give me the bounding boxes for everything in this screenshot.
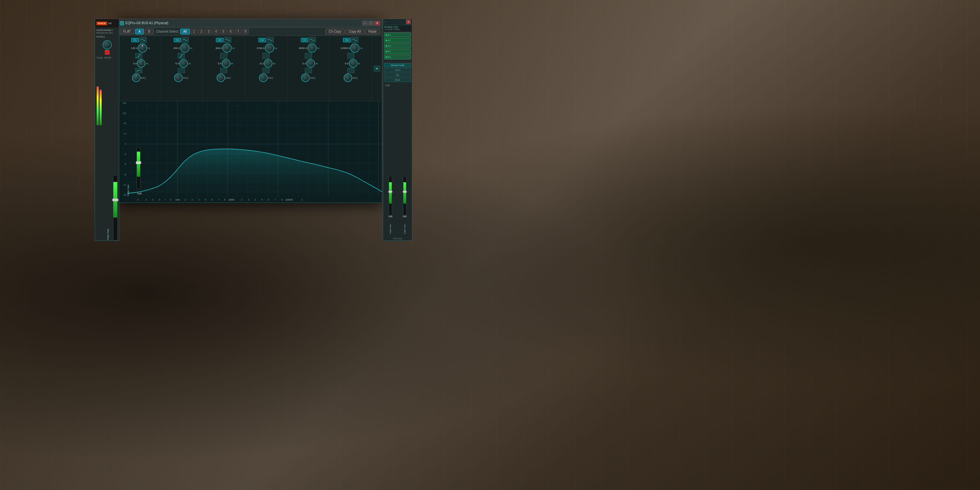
route-btn-a1[interactable]: ▶A1 xyxy=(384,32,411,37)
band-2-on-button[interactable]: On xyxy=(174,38,181,42)
band-5-shape-btn-3[interactable] xyxy=(305,68,312,73)
route-btn-a3[interactable]: ▶A3 xyxy=(384,43,411,48)
band-5-on-button[interactable]: On xyxy=(301,38,309,42)
band-4-gain-knob[interactable] xyxy=(264,59,272,68)
svg-text:10000: 10000 xyxy=(285,198,293,201)
left-panel-knob[interactable] xyxy=(103,40,112,49)
band-3-on-button[interactable]: On xyxy=(216,38,223,42)
band-1-freq-knob[interactable] xyxy=(138,43,147,52)
band-arrow-btn[interactable] xyxy=(374,66,380,72)
band-2-gain-knob[interactable] xyxy=(179,59,188,68)
band-6-freq-val: 12000.0 xyxy=(339,47,350,50)
band-2-filter-btn-2[interactable] xyxy=(178,53,185,59)
band-2-filter-shape[interactable] xyxy=(181,37,189,43)
band-3-freq-knob[interactable] xyxy=(223,43,232,52)
right-panel-close[interactable]: ✕ xyxy=(406,20,410,24)
svg-text:8: 8 xyxy=(224,199,226,201)
svg-text:8: 8 xyxy=(281,199,283,201)
mode-btn-mute[interactable]: Mute xyxy=(384,78,411,82)
copy-all-button[interactable]: Copy All xyxy=(345,29,364,34)
restore-button[interactable]: □ xyxy=(369,21,374,25)
band-indicator xyxy=(372,36,382,101)
band-6-filter-btn-2[interactable] xyxy=(347,53,355,59)
flat-button[interactable]: FLAT xyxy=(120,29,134,34)
fader-value: 0dB xyxy=(137,192,142,195)
band-1-shape-btn-3[interactable] xyxy=(135,68,142,73)
band-6-freq-knob[interactable] xyxy=(350,43,360,52)
band-1-filter-btn-2[interactable] xyxy=(135,53,142,59)
band-4-shape-btn-3[interactable] xyxy=(262,68,269,73)
band-5-gain-knob[interactable] xyxy=(306,59,315,68)
band-1-freq-val: 122.4 xyxy=(128,47,137,50)
band-1-q-knob[interactable] xyxy=(132,73,140,82)
ch-6-button[interactable]: 6 xyxy=(228,29,234,34)
left-fader-handle[interactable] xyxy=(112,199,118,201)
band-6-shape-btn-3[interactable] xyxy=(347,68,355,73)
right-fader-2-track[interactable] xyxy=(403,176,406,215)
band-3-q-knob[interactable] xyxy=(216,73,225,82)
fader-track[interactable] xyxy=(137,147,140,189)
ch-3-button[interactable]: 3 xyxy=(205,29,212,34)
a-button[interactable]: A xyxy=(135,29,144,34)
band-4-on-button[interactable]: On xyxy=(258,38,266,42)
route-btn-b2[interactable]: ▶B2 xyxy=(384,54,411,59)
band-6-q-knob[interactable] xyxy=(344,73,352,82)
ch-8-button[interactable]: 8 xyxy=(242,29,249,34)
ch-all-button[interactable]: All xyxy=(180,29,190,34)
band-2-freq-val: 200.0 xyxy=(170,47,180,50)
mode-btn-normal[interactable]: Normal mode xyxy=(384,63,411,67)
right-fader-1-track[interactable] xyxy=(389,176,392,215)
band-1-on-button[interactable]: On xyxy=(131,38,139,42)
band-3-filter-btn-2[interactable] xyxy=(220,53,228,59)
band-1-filter-shape[interactable] xyxy=(140,37,147,43)
ch-7-button[interactable]: 7 xyxy=(235,29,242,34)
channel-select-label: Channel Select: xyxy=(156,30,179,33)
band-2-q-knob[interactable] xyxy=(174,73,183,82)
db-label-m6: -6 xyxy=(118,163,127,165)
band-4-filter-shape[interactable] xyxy=(267,37,274,43)
right-fader-2-handle[interactable] xyxy=(403,191,407,193)
close-button[interactable]: ✕ xyxy=(375,21,380,25)
paste-button[interactable]: Paste xyxy=(365,29,380,34)
band-5-filter-shape[interactable] xyxy=(309,37,316,43)
band-6-gain-knob[interactable] xyxy=(349,59,357,68)
band-4-freq-knob[interactable] xyxy=(265,43,274,52)
mode-btn-mono[interactable]: mono xyxy=(384,68,411,72)
left-daw-panel: VOICE ME HARDWARE I Microphone (Ra INTEL… xyxy=(95,19,119,241)
ch-5-button[interactable]: 5 xyxy=(220,29,227,34)
band-5-filter-btn-2[interactable] xyxy=(305,53,312,59)
ch-copy-button[interactable]: Ch.Copy xyxy=(325,29,345,34)
band-6-on-button[interactable]: On xyxy=(343,38,350,42)
band-3-gain-knob[interactable] xyxy=(222,59,230,68)
band-6-filter-shape[interactable] xyxy=(351,37,358,43)
band-3-freq-unit: Hz xyxy=(232,47,235,49)
band-4-q-knob[interactable] xyxy=(259,73,267,82)
band-1-gain-knob[interactable] xyxy=(137,59,145,68)
fader-handle[interactable] xyxy=(136,161,141,164)
band-5-freq-knob[interactable] xyxy=(307,43,317,52)
fader-fill xyxy=(137,151,140,177)
right-fader-1-handle[interactable] xyxy=(388,191,392,193)
ch-1-button[interactable]: 1 xyxy=(191,29,197,34)
band-3-filter-shape[interactable] xyxy=(224,37,231,43)
b-button[interactable]: B xyxy=(145,29,154,34)
mode-btn-eq[interactable]: EQ xyxy=(384,73,411,77)
route-btn-b1[interactable]: ▶B1 xyxy=(384,49,411,54)
eq-curve-svg xyxy=(127,101,382,197)
ch-2-button[interactable]: 2 xyxy=(198,29,205,34)
band-2-shape-btn-3[interactable] xyxy=(178,68,185,73)
sample-rate: 44.1kHz | 512 xyxy=(384,26,411,28)
band-2-freq-knob[interactable] xyxy=(180,43,189,52)
band-4-filter-btn-2[interactable] xyxy=(262,53,269,59)
voice-label: VOICE xyxy=(96,22,107,25)
right-fader-2-fill xyxy=(403,182,406,204)
ch-4-button[interactable]: 4 xyxy=(213,29,219,34)
level-meter-2 xyxy=(99,89,102,126)
minimize-button[interactable]: ─ xyxy=(362,21,368,25)
db-label-m8: -8 xyxy=(118,173,127,176)
db-label-12: +12 xyxy=(118,112,127,115)
left-fader-track[interactable]: 0dB Fader Gain xyxy=(113,175,118,240)
route-btn-a2[interactable]: ▶A2 xyxy=(384,38,411,43)
band-5-q-knob[interactable] xyxy=(301,73,310,82)
band-3-shape-btn-3[interactable] xyxy=(220,68,228,73)
